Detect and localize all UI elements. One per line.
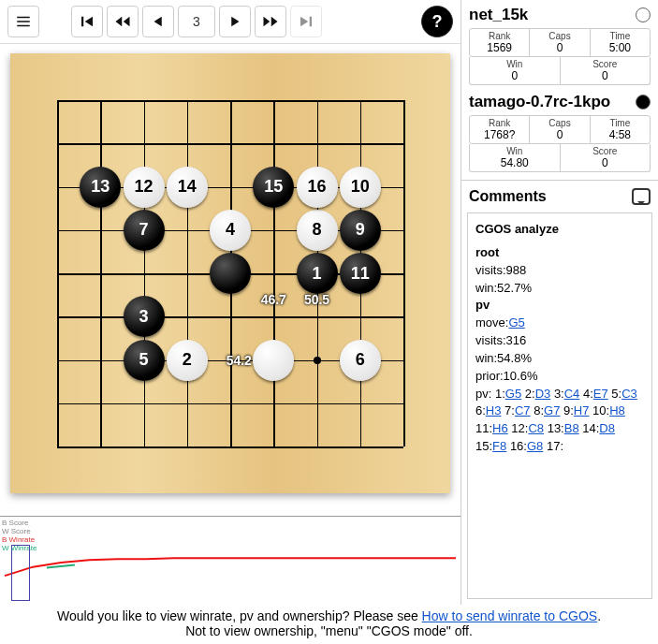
stat-cell: Rank1768? — [470, 116, 530, 143]
svg-rect-1 — [17, 21, 30, 22]
menu-button[interactable] — [7, 6, 39, 37]
pv-label: pv — [475, 298, 490, 312]
move-number-input[interactable]: 3 — [178, 6, 215, 37]
comment-icon[interactable] — [632, 188, 651, 205]
pv-sequence: pv: 1:G5 2:D3 3:C4 4:E7 5:C3 6:H3 7:C7 8… — [475, 386, 644, 456]
footer: Would you like to view winrate, pv and o… — [0, 605, 658, 644]
stone[interactable]: 10 — [340, 167, 381, 208]
pv-link[interactable]: B8 — [564, 421, 579, 435]
stone[interactable]: 14 — [167, 167, 208, 208]
stone[interactable]: 11 — [340, 253, 381, 294]
svg-rect-0 — [17, 17, 30, 19]
pv-link[interactable]: C4 — [564, 387, 580, 401]
player-white-name: net_15k — [469, 6, 528, 24]
pv-link[interactable]: H7 — [574, 403, 590, 417]
player-white: net_15k Rank1569Caps0Time5:00 Win0Score0 — [461, 0, 658, 87]
winrate-hint: 54.2 — [227, 353, 252, 368]
pv-link[interactable]: G7 — [544, 403, 560, 417]
stat-cell: Win0 — [470, 57, 561, 84]
pv-link[interactable]: C7 — [515, 403, 531, 417]
score-graph[interactable]: B Score W Score B Winrate W Winrate — [0, 516, 461, 605]
stat-cell: Caps0 — [530, 116, 590, 143]
white-stone-icon — [636, 7, 651, 22]
black-stone-icon — [636, 95, 651, 110]
root-win: win:52.7% — [475, 280, 644, 298]
analysis-panel: CGOS analyze root visits:988 win:52.7% p… — [467, 212, 652, 599]
pv-move-link[interactable]: G5 — [508, 315, 524, 329]
stone[interactable]: 4 — [210, 210, 251, 251]
pv-link[interactable]: H3 — [486, 403, 502, 417]
pv-link[interactable]: C8 — [528, 421, 544, 435]
stat-cell: Rank1569 — [470, 29, 530, 56]
board-area: 1234567891011121314151646.750.554.2 — [0, 44, 461, 516]
toolbar: 3 ? — [0, 0, 461, 44]
comments-header: Comments — [469, 188, 547, 205]
root-label: root — [475, 245, 499, 259]
stat-cell: Score0 — [561, 144, 651, 171]
stone[interactable]: 7 — [124, 210, 165, 251]
stone[interactable]: 2 — [167, 340, 208, 381]
pv-link[interactable]: C3 — [621, 387, 637, 401]
pv-win: win:54.8% — [475, 350, 644, 368]
stone[interactable]: 5 — [124, 340, 165, 381]
stone[interactable]: 13 — [80, 167, 121, 208]
help-button[interactable]: ? — [421, 6, 453, 37]
analysis-title: CGOS analyze — [475, 222, 559, 236]
fast-rewind-button[interactable] — [107, 6, 139, 37]
pv-link[interactable]: H8 — [609, 403, 625, 417]
player-black-name: tamago-0.7rc-1kpo — [469, 93, 610, 111]
pv-link[interactable]: D8 — [599, 421, 615, 435]
pv-link[interactable]: D3 — [535, 387, 551, 401]
stone[interactable] — [210, 253, 251, 294]
pv-visits: visits:316 — [475, 332, 644, 350]
pv-move-label: move: — [475, 315, 508, 329]
stat-cell: Time5:00 — [591, 29, 650, 56]
first-button[interactable] — [71, 6, 103, 37]
stone[interactable] — [253, 340, 294, 381]
stone[interactable]: 3 — [124, 296, 165, 337]
player-black: tamago-0.7rc-1kpo Rank1768?Caps0Time4:58… — [461, 87, 658, 174]
winrate-hint: 50.5 — [304, 292, 329, 307]
stone[interactable]: 12 — [124, 167, 165, 208]
footer-link[interactable]: How to send winrate to CGOS — [422, 608, 598, 623]
svg-rect-2 — [17, 25, 30, 27]
fast-forward-button[interactable] — [255, 6, 286, 37]
stone[interactable]: 6 — [340, 340, 381, 381]
stone[interactable]: 9 — [340, 210, 381, 251]
stat-cell: Score0 — [561, 57, 651, 84]
stat-cell: Time4:58 — [591, 116, 650, 143]
stone[interactable]: 8 — [297, 210, 338, 251]
stone[interactable]: 1 — [297, 253, 338, 294]
stat-cell: Win54.80 — [470, 144, 561, 171]
prev-button[interactable] — [142, 6, 174, 37]
pv-prior: prior:10.6% — [475, 368, 644, 386]
pv-link[interactable]: E7 — [593, 387, 608, 401]
svg-rect-3 — [81, 17, 83, 27]
next-button[interactable] — [219, 6, 251, 37]
graph-cursor — [11, 545, 30, 601]
pv-link[interactable]: H6 — [492, 421, 508, 435]
stone[interactable]: 16 — [297, 167, 338, 208]
winrate-hint: 46.7 — [261, 292, 286, 307]
pv-link[interactable]: G8 — [527, 439, 543, 453]
root-visits: visits:988 — [475, 262, 644, 280]
stone[interactable]: 15 — [253, 167, 294, 208]
svg-rect-4 — [310, 17, 312, 27]
stat-cell: Caps0 — [530, 29, 590, 56]
pv-link[interactable]: G5 — [505, 387, 521, 401]
last-button[interactable] — [290, 6, 322, 37]
pv-link[interactable]: F8 — [492, 439, 506, 453]
go-board[interactable]: 1234567891011121314151646.750.554.2 — [10, 53, 450, 493]
